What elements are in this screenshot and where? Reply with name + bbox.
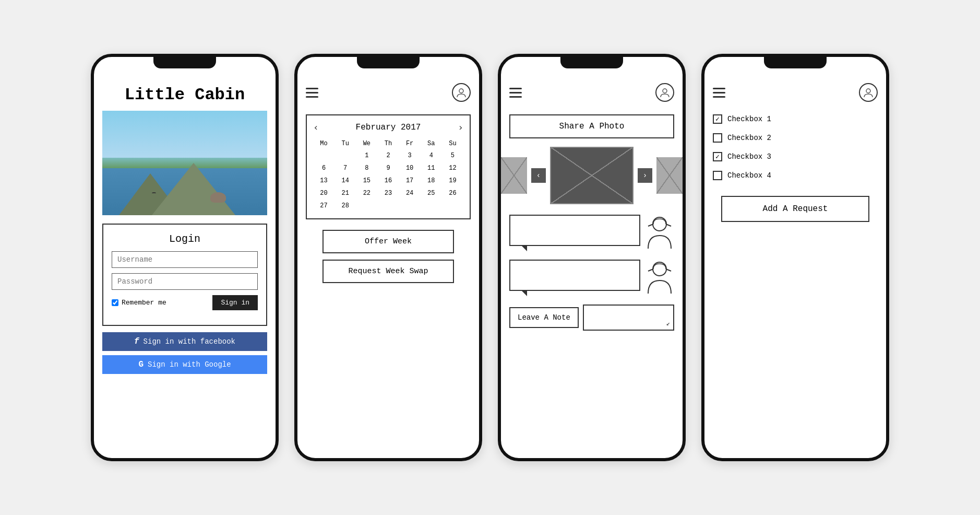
- share-photo-button[interactable]: Share A Photo: [509, 114, 674, 138]
- profile-button-4[interactable]: [859, 83, 878, 102]
- chat-bubble-1: [509, 215, 640, 246]
- list-item: ✓ Checkbox 3: [713, 152, 878, 161]
- person-icon-4: [863, 87, 874, 98]
- chat-bubble-2: [509, 260, 640, 291]
- hamburger-menu-4[interactable]: [713, 88, 725, 98]
- day-header-we: We: [356, 138, 377, 149]
- offer-week-button[interactable]: Offer Week: [322, 230, 455, 253]
- hamburger-menu[interactable]: [306, 88, 318, 98]
- sky-layer: [102, 111, 267, 158]
- table-row: 12345: [313, 149, 463, 162]
- calendar-month-label: February 2017: [356, 123, 421, 132]
- hamburger-line-3: [306, 96, 318, 98]
- leave-note-row: Leave A Note ↙: [509, 305, 674, 331]
- leave-note-label: Leave A Note: [509, 307, 579, 328]
- google-icon: G: [138, 360, 144, 369]
- day-header-fr: Fr: [399, 138, 421, 149]
- day-header-su: Su: [442, 138, 463, 149]
- person-icon-3: [660, 87, 670, 98]
- hamburger-line-2: [713, 92, 725, 93]
- top-bar: [306, 81, 471, 104]
- phone-screen-1: Little Cabin Login Remember me Sign in f: [91, 54, 279, 461]
- carousel-next-button[interactable]: ›: [638, 168, 652, 183]
- hamburger-line-2: [509, 92, 522, 93]
- checkbox-4[interactable]: [713, 171, 722, 180]
- chat-row-2: [509, 260, 674, 296]
- profile-button[interactable]: [452, 83, 471, 102]
- calendar-body: 12345 6789101112 13141516171819 20212223…: [313, 149, 463, 212]
- add-request-button[interactable]: Add A Request: [721, 196, 869, 222]
- table-row: 2728: [313, 200, 463, 212]
- calendar-prev-button[interactable]: ‹: [313, 122, 319, 133]
- list-item: Checkbox 4: [713, 171, 878, 180]
- checkbox-4-label: Checkbox 4: [727, 171, 771, 180]
- person-avatar-2: [646, 260, 674, 296]
- carousel-prev-button[interactable]: ‹: [531, 168, 546, 183]
- remember-row: Remember me Sign in: [112, 295, 258, 310]
- table-row: 13141516171819: [313, 174, 463, 187]
- screen4-content: ✓ Checkbox 1 Checkbox 2 ✓ Checkbox 3 Che…: [704, 73, 886, 458]
- hamburger-line-3: [509, 96, 522, 98]
- password-input[interactable]: [112, 273, 258, 290]
- list-item: ✓ Checkbox 1: [713, 114, 878, 124]
- photo-carousel: ‹ ›: [509, 147, 674, 204]
- login-box: Login Remember me Sign in: [102, 224, 267, 326]
- hamburger-line-1: [713, 88, 725, 89]
- svg-point-2: [653, 217, 666, 231]
- checkbox-2-label: Checkbox 2: [727, 134, 771, 142]
- table-row: 20212223242526: [313, 187, 463, 200]
- request-week-swap-button[interactable]: Request Week Swap: [322, 260, 455, 283]
- google-signin-button[interactable]: G Sign in with Google: [102, 355, 267, 374]
- facebook-icon: f: [134, 337, 139, 346]
- checkbox-3-label: Checkbox 3: [727, 153, 771, 161]
- rock: [210, 192, 226, 203]
- phone-screen-3: Share A Photo ‹ ›: [498, 54, 686, 461]
- login-title: Login: [112, 233, 258, 245]
- remember-label[interactable]: Remember me: [112, 299, 166, 307]
- svg-point-5: [653, 262, 666, 276]
- person-avatar-1: [646, 215, 674, 251]
- table-row: 6789101112: [313, 162, 463, 174]
- hamburger-menu-3[interactable]: [509, 88, 522, 98]
- top-bar-3: [509, 81, 674, 104]
- screen2-content: ‹ February 2017 › Mo Tu We Th Fr Sa Su: [297, 73, 479, 458]
- bird: [152, 192, 156, 194]
- svg-point-8: [866, 89, 870, 93]
- checkbox-1[interactable]: ✓: [713, 114, 722, 124]
- phone-screen-4: ✓ Checkbox 1 Checkbox 2 ✓ Checkbox 3 Che…: [701, 54, 889, 461]
- day-header-sa: Sa: [421, 138, 442, 149]
- day-header-mo: Mo: [313, 138, 334, 149]
- signin-button[interactable]: Sign in: [212, 295, 258, 310]
- profile-button-3[interactable]: [655, 83, 674, 102]
- hamburger-line-3: [713, 96, 725, 98]
- calendar-days-row: Mo Tu We Th Fr Sa Su: [313, 138, 463, 149]
- resize-handle-icon: ↙: [666, 320, 670, 327]
- screen3-content: Share A Photo ‹ ›: [501, 73, 683, 458]
- calendar-grid: Mo Tu We Th Fr Sa Su 12345 6789101112 13…: [313, 138, 463, 212]
- day-header-th: Th: [377, 138, 399, 149]
- calendar: ‹ February 2017 › Mo Tu We Th Fr Sa Su: [306, 114, 471, 219]
- chat-row-1: [509, 215, 674, 251]
- top-bar-4: [713, 81, 878, 104]
- screen1-content: Little Cabin Login Remember me Sign in f: [94, 73, 276, 458]
- cabin-hero-image: [102, 111, 267, 215]
- svg-point-1: [663, 89, 667, 93]
- checkbox-2[interactable]: [713, 133, 722, 143]
- carousel-side-right: [656, 157, 683, 194]
- calendar-next-button[interactable]: ›: [458, 122, 463, 133]
- hamburger-line-1: [306, 88, 318, 89]
- svg-point-0: [459, 89, 463, 93]
- app-title: Little Cabin: [102, 85, 267, 104]
- remember-checkbox[interactable]: [112, 299, 118, 306]
- phone-screen-2: ‹ February 2017 › Mo Tu We Th Fr Sa Su: [294, 54, 482, 461]
- checkbox-list: ✓ Checkbox 1 Checkbox 2 ✓ Checkbox 3 Che…: [713, 114, 878, 180]
- carousel-side-left: [501, 157, 527, 194]
- username-input[interactable]: [112, 251, 258, 268]
- facebook-signin-button[interactable]: f Sign in with facebook: [102, 332, 267, 351]
- person-icon: [456, 87, 467, 98]
- hamburger-line-1: [509, 88, 522, 89]
- mountain-right: [152, 163, 235, 215]
- checkbox-3[interactable]: ✓: [713, 152, 722, 161]
- leave-note-input[interactable]: ↙: [583, 305, 674, 331]
- list-item: Checkbox 2: [713, 133, 878, 143]
